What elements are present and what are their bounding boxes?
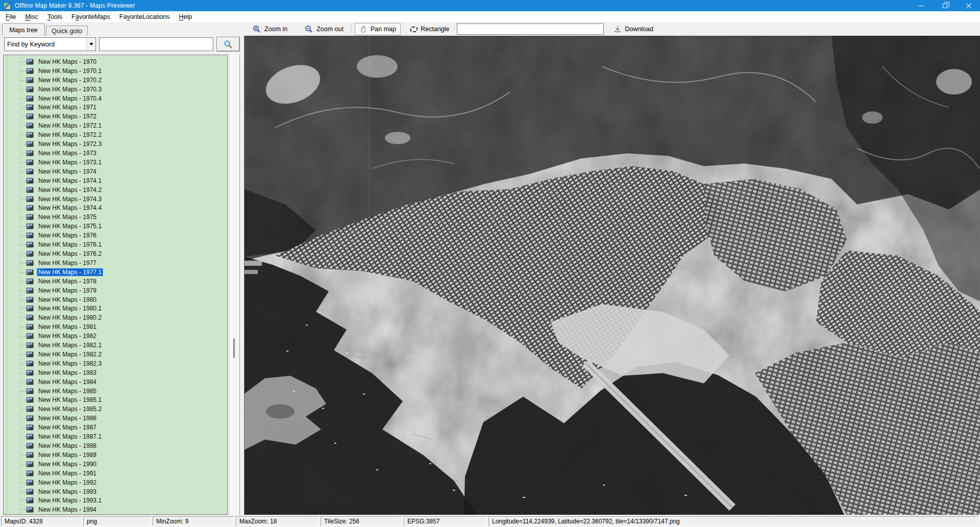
tree-connector [20,437,27,437]
tree-item[interactable]: New HK Maps - 1980.2 [4,313,227,322]
map-image-icon [26,507,34,513]
tree-item[interactable]: New HK Maps - 1972.2 [4,130,227,139]
scrollbar-thumb[interactable] [233,339,235,358]
tree-connector [20,473,27,474]
tree-item[interactable]: New HK Maps - 1975 [4,212,227,222]
menu-item[interactable]: Misc [20,12,43,21]
find-mode-dropdown[interactable]: Find by Keyword [4,37,96,51]
menu-item[interactable]: Tools [43,12,67,21]
map-image-icon [26,324,34,330]
keyword-input[interactable] [99,37,213,51]
tree-connector [20,418,27,419]
tree-item[interactable]: New HK Maps - 1988 [4,441,227,450]
tree-connector [20,318,27,318]
restore-button[interactable] [933,0,957,11]
tree-item[interactable]: New HK Maps - 1982.3 [4,359,227,368]
tree-item[interactable]: New HK Maps - 1985 [4,387,227,396]
tree-item[interactable]: New HK Maps - 1982.2 [4,350,227,359]
tree-item[interactable]: New HK Maps - 1973.1 [4,158,227,167]
tree-item[interactable]: New HK Maps - 1984 [4,377,227,387]
tree-item[interactable]: New HK Maps - 1992 [4,478,227,487]
tree-item[interactable]: New HK Maps - 1993.1 [4,496,227,506]
tree-item[interactable]: New HK Maps - 1981 [4,322,227,331]
tree-item[interactable]: New HK Maps - 1972.3 [4,139,227,149]
title-bar: Offline Map Maker 8.367 - Maps Previewer [0,0,980,11]
tree-item[interactable]: New HK Maps - 1974.2 [4,185,227,195]
tree-connector [20,226,27,227]
map-viewport[interactable] [244,36,980,515]
tree-item-label: New HK Maps - 1980.1 [37,304,103,313]
tree-item[interactable]: New HK Maps - 1971 [4,103,227,112]
tree-item[interactable]: New HK Maps - 1977 [4,258,227,268]
tree-item-label: New HK Maps - 1993.1 [37,496,103,505]
coordinate-input[interactable] [457,23,604,35]
tree-item[interactable]: New HK Maps - 1980 [4,295,227,304]
menu-item[interactable]: File [1,12,20,21]
map-image-icon [26,104,34,110]
tree-item[interactable]: New HK Maps - 1980.1 [4,304,227,313]
tree-item[interactable]: New HK Maps - 1985.2 [4,404,227,414]
tree-item[interactable]: New HK Maps - 1970 [4,57,227,66]
tree-item[interactable]: New HK Maps - 1974.4 [4,204,227,213]
download-button[interactable]: Download [609,23,658,35]
tree-item[interactable]: New HK Maps - 1989 [4,450,227,460]
tree-item[interactable]: New HK Maps - 1972 [4,112,227,121]
tree-item[interactable]: New HK Maps - 1970.3 [4,85,227,94]
tree-item[interactable]: New HK Maps - 1986 [4,414,227,423]
tree-item[interactable]: New HK Maps - 1976 [4,231,227,240]
tree-item[interactable]: New HK Maps - 1982 [4,331,227,341]
map-image-icon [26,178,34,184]
tree-item-label: New HK Maps - 1983 [37,369,98,377]
tree-item[interactable]: New HK Maps - 1977.1 [4,268,227,277]
tree-item[interactable]: New HK Maps - 1990 [4,460,227,469]
tree-item-label: New HK Maps - 1994 [37,506,98,514]
tree-item[interactable]: New HK Maps - 1991 [4,469,227,478]
tree-item[interactable]: New HK Maps - 1987 [4,423,227,432]
menu-item[interactable]: FavoriteLocations [115,12,175,21]
tab-quick-goto[interactable]: Quick goto [46,26,88,36]
zoom-in-button[interactable]: Zoom in [248,23,292,35]
map-image-icon [26,132,34,138]
rectangle-button[interactable]: Rectangle [406,23,454,35]
zoom-out-button[interactable]: Zoom out [300,23,348,35]
tree-item[interactable]: New HK Maps - 1974.1 [4,176,227,185]
close-button[interactable] [957,0,980,11]
tree-item[interactable]: New HK Maps - 1987.1 [4,432,227,441]
tree-item[interactable]: New HK Maps - 1985.1 [4,396,227,405]
tree-item[interactable]: New HK Maps - 1993 [4,487,227,496]
tree-item[interactable]: New HK Maps - 1973 [4,149,227,158]
map-image-icon [26,196,34,202]
tree-connector [20,483,27,483]
tree-item[interactable]: New HK Maps - 1970.4 [4,94,227,103]
minimize-button[interactable] [910,0,933,11]
chevron-down-icon[interactable] [86,38,95,51]
pan-map-button[interactable]: Pan map [355,23,401,35]
tree-item[interactable]: New HK Maps - 1979 [4,286,227,295]
tree-scrollbar[interactable] [229,55,240,515]
tree-item[interactable]: New HK Maps - 1983 [4,368,227,377]
map-image-icon [26,214,34,220]
tab-maps-tree[interactable]: Maps tree [2,23,45,36]
tree-item[interactable]: New HK Maps - 1970.1 [4,66,227,76]
tree-item[interactable]: New HK Maps - 1976.1 [4,240,227,249]
tree-connector [20,235,27,236]
maps-tree-panel: New HK Maps - 1970 New HK Maps - 1970.1 … [3,55,228,515]
tree-item[interactable]: New HK Maps - 1978 [4,277,227,286]
search-button[interactable] [216,37,240,52]
status-coordinates: Longitude=114.224939, Latitude=22.360792… [488,516,978,526]
tree-item[interactable]: New HK Maps - 1994 [4,505,227,514]
tree-connector [20,354,27,355]
menu-item[interactable]: Help [174,12,197,21]
menu-item[interactable]: FavoriteMaps [67,12,115,21]
tree-item[interactable]: New HK Maps - 1972.1 [4,121,227,130]
tree-connector [20,281,27,282]
download-icon [614,25,622,33]
tree-item[interactable]: New HK Maps - 1975.1 [4,222,227,231]
tree-item[interactable]: New HK Maps - 1974.3 [4,195,227,204]
tree-item[interactable]: New HK Maps - 1970.2 [4,76,227,85]
tree-item[interactable]: New HK Maps - 1974 [4,167,227,176]
map-image-icon [26,59,34,65]
tree-item[interactable]: New HK Maps - 1982.1 [4,341,227,350]
tree-item[interactable]: New HK Maps - 1976.2 [4,249,227,258]
map-image-icon [26,77,34,83]
